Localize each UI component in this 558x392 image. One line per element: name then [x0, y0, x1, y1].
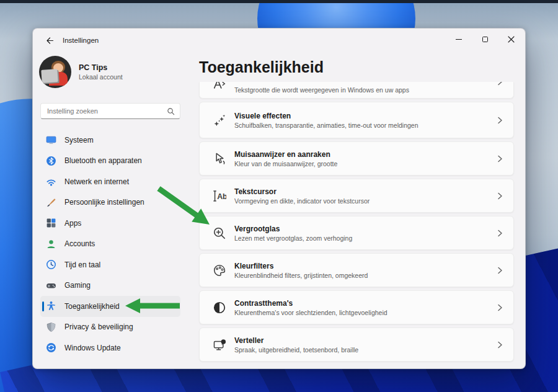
chevron-right-icon	[496, 192, 503, 200]
card-text: Visuele effecten Schuifbalken, transpara…	[234, 112, 418, 129]
sidebar-item-apps[interactable]: Apps	[40, 213, 180, 234]
color-filters-palette-icon	[212, 264, 227, 277]
sidebar-item-windows-update[interactable]: Windows Update	[40, 337, 180, 359]
bluetooth-icon	[46, 156, 56, 166]
sidebar-item-gaming[interactable]: Gaming	[40, 275, 180, 296]
svg-text:Ab: Ab	[217, 192, 226, 200]
shield-icon	[46, 322, 56, 332]
text-size-icon	[212, 82, 227, 91]
sidebar-item-netwerk-en-internet[interactable]: Netwerk en internet	[40, 171, 180, 192]
contrast-icon	[212, 301, 227, 314]
sidebar-item-label: Bluetooth en apparaten	[64, 156, 142, 165]
sidebar-nav: Systeem Bluetooth en apparaten Netwerk e…	[40, 130, 180, 359]
visual-effects-icon	[212, 114, 227, 127]
profile-account-type: Lokaal account	[79, 73, 123, 81]
sidebar-item-label: Netwerk en internet	[64, 177, 129, 186]
sidebar-item-label: Toegankelijkheid	[64, 302, 120, 311]
search-box	[40, 103, 180, 119]
sidebar-item-label: Persoonlijke instellingen	[64, 198, 144, 207]
chevron-right-icon	[496, 266, 503, 275]
close-icon	[508, 36, 515, 43]
chevron-right-icon	[496, 303, 503, 312]
card-title: Verteller	[234, 336, 358, 345]
personalization-brush-icon	[46, 197, 56, 208]
sidebar-item-label: Systeem	[64, 136, 94, 145]
profile-text: PC Tips Lokaal account	[79, 63, 123, 81]
close-button[interactable]	[498, 29, 524, 49]
sidebar-item-accounts[interactable]: Accounts	[40, 234, 180, 255]
card-subtitle: Spraak, uitgebreidheid, toetsenbord, bra…	[234, 346, 358, 354]
settings-card-visuele-effecten[interactable]: Visuele effecten Schuifbalken, transpara…	[199, 102, 514, 138]
card-subtitle: Kleurenthema's voor slechtzienden, licht…	[234, 309, 388, 316]
sidebar-item-persoonlijke-instellingen[interactable]: Persoonlijke instellingen	[40, 192, 180, 213]
sidebar-item-label: Windows Update	[64, 344, 121, 352]
caption-buttons	[446, 29, 524, 49]
chevron-right-icon	[496, 341, 503, 349]
card-title: Kleurfilters	[234, 262, 368, 270]
card-subtitle: Vormgeving en dikte, indicator voor teks…	[234, 197, 370, 205]
sidebar-item-toegankelijkheid[interactable]: Toegankelijkheid	[40, 296, 180, 317]
card-text: Verteller Spraak, uitgebreidheid, toetse…	[234, 336, 358, 354]
chevron-right-icon	[496, 82, 503, 86]
gaming-controller-icon	[46, 280, 56, 291]
settings-card-contrastthemas[interactable]: Contrastthema's Kleurenthema's voor slec…	[199, 290, 514, 324]
sidebar-item-label: Accounts	[64, 239, 95, 248]
selected-indicator	[42, 301, 44, 311]
text-cursor-icon: Ab	[212, 189, 227, 203]
sidebar-item-bluetooth-en-apparaten[interactable]: Bluetooth en apparaten	[40, 151, 180, 172]
card-text: Muisaanwijzer en aanraken Kleur van de m…	[234, 150, 337, 167]
titlebar: Instellingen	[33, 29, 525, 51]
minimize-button[interactable]	[446, 29, 472, 49]
mouse-pointer-icon	[212, 152, 227, 166]
back-arrow-icon	[45, 36, 55, 45]
chevron-right-icon	[496, 116, 503, 125]
clock-icon	[46, 259, 56, 270]
card-title: Vergrootglas	[234, 225, 352, 233]
avatar-laptop	[41, 69, 58, 83]
settings-card-verteller[interactable]: Verteller Spraak, uitgebreidheid, toetse…	[199, 327, 514, 362]
card-text: Tekstgrootte die wordt weergegeven in Wi…	[234, 86, 409, 94]
card-subtitle: Kleur van de muisaanwijzer, grootte	[234, 160, 337, 167]
magnifier-plus-icon	[212, 226, 227, 240]
sidebar-item-tijd-en-taal[interactable]: Tijd en taal	[40, 254, 180, 275]
windows-update-icon	[46, 342, 56, 353]
card-subtitle: Lezen met vergrootglas, zoom verhoging	[234, 234, 352, 242]
settings-card-muisaanwijzer[interactable]: Muisaanwijzer en aanraken Kleur van de m…	[199, 141, 514, 176]
card-text: Vergrootglas Lezen met vergrootglas, zoo…	[234, 225, 352, 242]
profile-name: PC Tips	[79, 63, 123, 72]
card-subtitle: Tekstgrootte die wordt weergegeven in Wi…	[234, 86, 409, 94]
sidebar-item-label: Tijd en taal	[64, 261, 100, 269]
screen-top-edge	[0, 0, 558, 3]
settings-card-tekstgrootte-clipped[interactable]: Tekstgrootte die wordt weergegeven in Wi…	[199, 82, 514, 99]
system-icon	[46, 135, 56, 145]
sidebar-item-label: Privacy & beveiliging	[64, 323, 133, 331]
apps-grid-icon	[46, 218, 56, 228]
card-subtitle: Kleurenblindheid filters, grijstinten, o…	[234, 272, 368, 279]
narrator-icon	[212, 338, 227, 352]
card-text: Kleurfilters Kleurenblindheid filters, g…	[234, 262, 368, 279]
card-title: Muisaanwijzer en aanraken	[234, 150, 337, 159]
sidebar-item-privacy-beveiliging[interactable]: Privacy & beveiliging	[40, 317, 180, 338]
chevron-right-icon	[496, 154, 503, 163]
settings-card-list: Tekstgrootte die wordt weergegeven in Wi…	[199, 82, 514, 365]
window-title: Instellingen	[63, 34, 99, 47]
accessibility-icon	[46, 301, 56, 311]
card-text: Contrastthema's Kleurenthema's voor slec…	[234, 299, 388, 316]
sidebar-item-systeem[interactable]: Systeem	[40, 130, 180, 151]
settings-card-vergrootglas[interactable]: Vergrootglas Lezen met vergrootglas, zoo…	[199, 216, 514, 250]
accounts-person-icon	[46, 239, 56, 249]
search-input[interactable]	[47, 107, 167, 115]
back-button[interactable]	[40, 33, 59, 47]
chevron-right-icon	[496, 229, 503, 238]
sidebar-item-label: Gaming	[64, 281, 91, 290]
avatar	[39, 56, 71, 88]
maximize-button[interactable]	[472, 29, 498, 49]
card-title: Tekstcursor	[234, 187, 370, 196]
page-title: Toegankelijkheid	[199, 58, 324, 76]
settings-card-kleurfilters[interactable]: Kleurfilters Kleurenblindheid filters, g…	[199, 253, 514, 287]
user-profile[interactable]: PC Tips Lokaal account	[39, 56, 123, 88]
card-title: Contrastthema's	[234, 299, 388, 308]
settings-card-tekstcursor[interactable]: Ab Tekstcursor Vormgeving en dikte, indi…	[199, 179, 514, 213]
search-icon	[167, 107, 175, 115]
network-wifi-icon	[46, 176, 56, 187]
